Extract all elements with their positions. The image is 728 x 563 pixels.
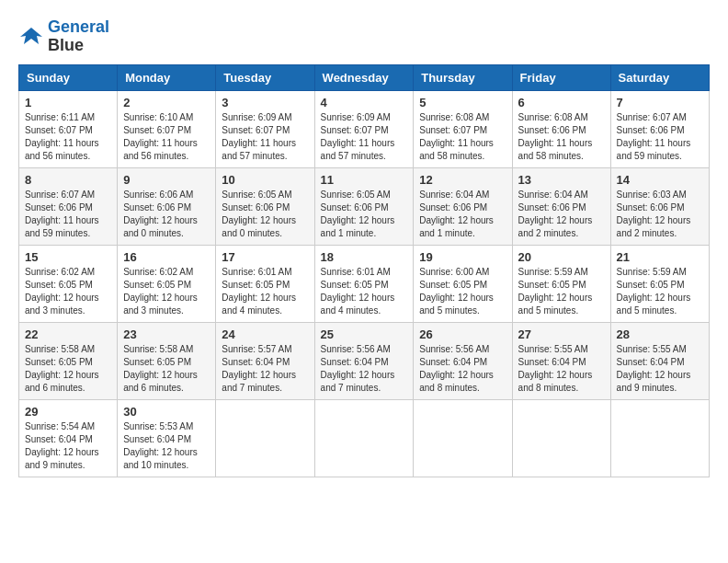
calendar-day-15: 15Sunrise: 6:02 AMSunset: 6:05 PMDayligh… [19,245,118,322]
calendar-day-1: 1Sunrise: 6:11 AMSunset: 6:07 PMDaylight… [19,90,118,167]
day-info: Sunrise: 6:08 AMSunset: 6:07 PMDaylight:… [419,111,506,163]
calendar-day-3: 3Sunrise: 6:09 AMSunset: 6:07 PMDaylight… [216,90,314,167]
day-number: 16 [123,250,210,264]
calendar-day-20: 20Sunrise: 5:59 AMSunset: 6:05 PMDayligh… [512,245,610,322]
column-header-wednesday: Wednesday [314,64,414,90]
day-number: 6 [518,96,605,109]
calendar-day-12: 12Sunrise: 6:04 AMSunset: 6:06 PMDayligh… [414,167,512,245]
calendar-week-5: 29Sunrise: 5:54 AMSunset: 6:04 PMDayligh… [19,399,710,477]
calendar-day-13: 13Sunrise: 6:04 AMSunset: 6:06 PMDayligh… [512,167,610,245]
calendar-day-9: 9Sunrise: 6:06 AMSunset: 6:06 PMDaylight… [118,167,216,245]
logo-icon [18,24,44,50]
day-number: 27 [518,327,605,341]
column-header-thursday: Thursday [414,64,512,90]
svg-marker-0 [20,28,42,44]
day-info: Sunrise: 6:08 AMSunset: 6:06 PMDaylight:… [518,111,605,163]
day-number: 26 [419,327,506,341]
page-header: GeneralBlue [18,18,710,55]
day-number: 13 [518,173,605,187]
calendar-day-30: 30Sunrise: 5:53 AMSunset: 6:04 PMDayligh… [118,399,216,477]
day-info: Sunrise: 5:54 AMSunset: 6:04 PMDaylight:… [25,420,111,472]
empty-cell [216,399,314,477]
calendar-day-5: 5Sunrise: 6:08 AMSunset: 6:07 PMDaylight… [414,90,512,167]
calendar-day-19: 19Sunrise: 6:00 AMSunset: 6:05 PMDayligh… [414,245,512,322]
column-header-saturday: Saturday [610,64,709,90]
calendar-day-16: 16Sunrise: 6:02 AMSunset: 6:05 PMDayligh… [118,245,216,322]
column-header-friday: Friday [512,64,610,90]
empty-cell [314,399,414,477]
calendar-day-22: 22Sunrise: 5:58 AMSunset: 6:05 PMDayligh… [19,322,118,399]
day-info: Sunrise: 5:56 AMSunset: 6:04 PMDaylight:… [321,343,408,395]
calendar-week-4: 22Sunrise: 5:58 AMSunset: 6:05 PMDayligh… [19,322,710,399]
day-number: 2 [123,96,210,109]
calendar-day-6: 6Sunrise: 6:08 AMSunset: 6:06 PMDaylight… [512,90,610,167]
day-info: Sunrise: 5:59 AMSunset: 6:05 PMDaylight:… [518,266,605,317]
day-info: Sunrise: 6:05 AMSunset: 6:06 PMDaylight:… [222,189,308,240]
day-info: Sunrise: 6:01 AMSunset: 6:05 PMDaylight:… [222,266,308,317]
day-number: 1 [25,96,111,109]
day-info: Sunrise: 6:03 AMSunset: 6:06 PMDaylight:… [617,189,703,240]
calendar-day-29: 29Sunrise: 5:54 AMSunset: 6:04 PMDayligh… [19,399,118,477]
calendar-day-10: 10Sunrise: 6:05 AMSunset: 6:06 PMDayligh… [216,167,314,245]
day-info: Sunrise: 6:04 AMSunset: 6:06 PMDaylight:… [419,189,506,240]
calendar-week-3: 15Sunrise: 6:02 AMSunset: 6:05 PMDayligh… [19,245,710,322]
day-info: Sunrise: 6:02 AMSunset: 6:05 PMDaylight:… [123,266,210,317]
day-info: Sunrise: 6:11 AMSunset: 6:07 PMDaylight:… [25,111,111,163]
day-info: Sunrise: 5:58 AMSunset: 6:05 PMDaylight:… [123,343,210,395]
column-header-tuesday: Tuesday [216,64,314,90]
day-number: 11 [321,173,408,187]
day-info: Sunrise: 5:53 AMSunset: 6:04 PMDaylight:… [123,420,210,472]
day-number: 20 [518,250,605,264]
day-info: Sunrise: 5:55 AMSunset: 6:04 PMDaylight:… [617,343,703,395]
day-info: Sunrise: 6:04 AMSunset: 6:06 PMDaylight:… [518,189,605,240]
empty-cell [414,399,512,477]
day-info: Sunrise: 5:55 AMSunset: 6:04 PMDaylight:… [518,343,605,395]
calendar-day-18: 18Sunrise: 6:01 AMSunset: 6:05 PMDayligh… [314,245,414,322]
day-info: Sunrise: 5:56 AMSunset: 6:04 PMDaylight:… [419,343,506,395]
day-info: Sunrise: 6:06 AMSunset: 6:06 PMDaylight:… [123,189,210,240]
day-number: 25 [321,327,408,341]
day-number: 4 [321,96,408,109]
day-info: Sunrise: 6:07 AMSunset: 6:06 PMDaylight:… [25,189,111,240]
calendar-day-23: 23Sunrise: 5:58 AMSunset: 6:05 PMDayligh… [118,322,216,399]
calendar-day-11: 11Sunrise: 6:05 AMSunset: 6:06 PMDayligh… [314,167,414,245]
calendar-day-25: 25Sunrise: 5:56 AMSunset: 6:04 PMDayligh… [314,322,414,399]
day-info: Sunrise: 6:09 AMSunset: 6:07 PMDaylight:… [222,111,308,163]
day-number: 15 [25,250,111,264]
day-info: Sunrise: 5:57 AMSunset: 6:04 PMDaylight:… [222,343,308,395]
calendar-week-2: 8Sunrise: 6:07 AMSunset: 6:06 PMDaylight… [19,167,710,245]
calendar-day-21: 21Sunrise: 5:59 AMSunset: 6:05 PMDayligh… [610,245,709,322]
calendar-day-17: 17Sunrise: 6:01 AMSunset: 6:05 PMDayligh… [216,245,314,322]
day-info: Sunrise: 5:58 AMSunset: 6:05 PMDaylight:… [25,343,111,395]
empty-cell [610,399,709,477]
day-number: 29 [25,405,111,419]
day-number: 9 [123,173,210,187]
calendar-day-28: 28Sunrise: 5:55 AMSunset: 6:04 PMDayligh… [610,322,709,399]
day-number: 24 [222,327,308,341]
day-info: Sunrise: 6:07 AMSunset: 6:06 PMDaylight:… [617,111,703,163]
day-number: 5 [419,96,506,109]
calendar-day-27: 27Sunrise: 5:55 AMSunset: 6:04 PMDayligh… [512,322,610,399]
logo: GeneralBlue [18,18,109,55]
day-number: 12 [419,173,506,187]
day-number: 30 [123,405,210,419]
day-number: 21 [617,250,703,264]
day-number: 18 [321,250,408,264]
calendar-table: SundayMondayTuesdayWednesdayThursdayFrid… [18,64,710,477]
calendar-day-24: 24Sunrise: 5:57 AMSunset: 6:04 PMDayligh… [216,322,314,399]
day-info: Sunrise: 5:59 AMSunset: 6:05 PMDaylight:… [617,266,703,317]
calendar-week-1: 1Sunrise: 6:11 AMSunset: 6:07 PMDaylight… [19,90,710,167]
calendar-header-row: SundayMondayTuesdayWednesdayThursdayFrid… [19,64,710,90]
day-number: 28 [617,327,703,341]
day-number: 19 [419,250,506,264]
calendar-day-14: 14Sunrise: 6:03 AMSunset: 6:06 PMDayligh… [610,167,709,245]
day-info: Sunrise: 6:00 AMSunset: 6:05 PMDaylight:… [419,266,506,317]
logo-text: GeneralBlue [48,18,109,55]
day-number: 22 [25,327,111,341]
calendar-day-26: 26Sunrise: 5:56 AMSunset: 6:04 PMDayligh… [414,322,512,399]
day-number: 23 [123,327,210,341]
empty-cell [512,399,610,477]
calendar-day-8: 8Sunrise: 6:07 AMSunset: 6:06 PMDaylight… [19,167,118,245]
day-number: 8 [25,173,111,187]
day-info: Sunrise: 6:02 AMSunset: 6:05 PMDaylight:… [25,266,111,317]
